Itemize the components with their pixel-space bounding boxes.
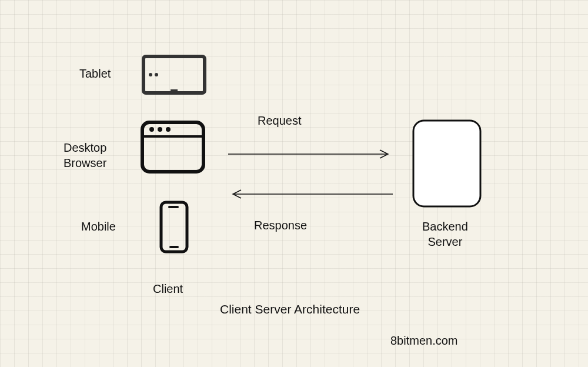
svg-rect-15 <box>413 121 480 206</box>
diagram-title: Client Server Architecture <box>220 301 360 317</box>
request-arrow <box>228 148 393 160</box>
tablet-icon <box>141 54 207 95</box>
server-icon <box>412 119 482 208</box>
attribution-label: 8bitmen.com <box>390 333 458 348</box>
svg-rect-0 <box>143 56 205 93</box>
client-group-label: Client <box>153 281 183 296</box>
svg-rect-12 <box>169 246 179 248</box>
browser-window-icon <box>140 120 206 174</box>
smartphone-icon <box>159 200 189 254</box>
mobile-label: Mobile <box>81 219 116 234</box>
svg-rect-3 <box>171 89 178 91</box>
svg-rect-10 <box>169 206 179 208</box>
svg-rect-9 <box>161 202 187 252</box>
backend-server-label: Backend Server <box>422 219 468 249</box>
svg-point-6 <box>149 127 154 132</box>
svg-point-8 <box>166 127 171 132</box>
svg-point-2 <box>155 73 158 76</box>
svg-point-11 <box>168 206 171 208</box>
desktop-browser-label: Desktop Browser <box>64 140 106 171</box>
response-arrow <box>228 188 393 200</box>
response-label: Response <box>254 218 307 233</box>
svg-point-1 <box>149 73 152 76</box>
tablet-label: Tablet <box>79 66 111 81</box>
request-label: Request <box>258 113 302 128</box>
svg-point-7 <box>158 127 162 132</box>
